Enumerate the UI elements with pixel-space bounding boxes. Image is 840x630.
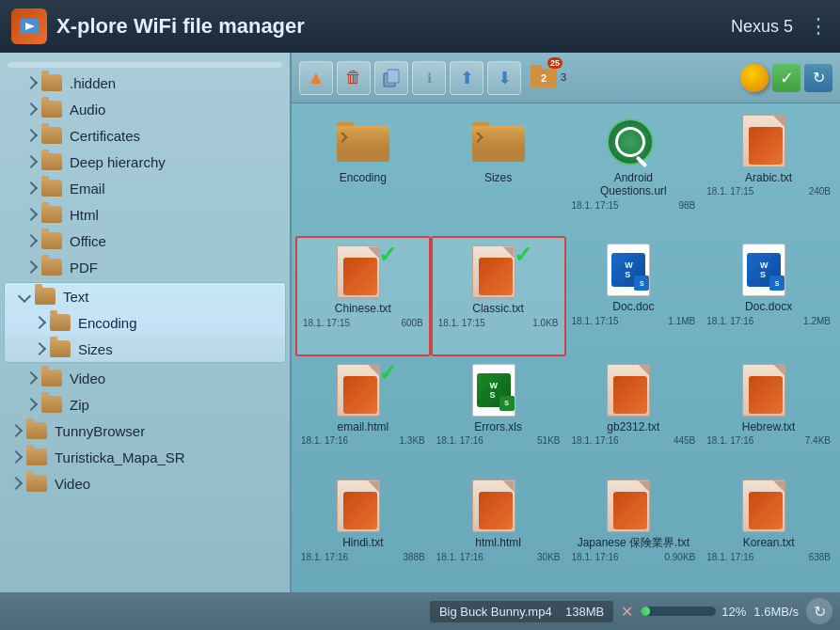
- file-date: 18.1. 17:16: [706, 435, 753, 446]
- txt-icon-wrapper: [742, 115, 795, 167]
- html-icon-wrapper: ✓: [337, 364, 389, 417]
- html-icon: [337, 364, 380, 417]
- chevron-icon: [24, 208, 38, 221]
- file-name: Chinese.txt: [335, 302, 391, 315]
- file-date: 18.1. 17:15: [303, 318, 350, 328]
- chevron-icon: [33, 316, 46, 329]
- sidebar-item-tinnybrowser[interactable]: TunnyBrowser: [0, 417, 290, 444]
- file-cell-sizes[interactable]: Sizes: [431, 107, 566, 236]
- download-button[interactable]: ⬇: [487, 61, 521, 95]
- file-cell-gb2312[interactable]: gb2312.txt 18.1. 17:16 445B: [566, 356, 702, 473]
- file-cell-android-questions[interactable]: AndroidQuestions.url 18.1. 17:15 98B: [566, 107, 702, 236]
- sidebar-item-label: Text: [63, 289, 89, 305]
- status-progress: 12%: [641, 605, 746, 619]
- sidebar-item-turisticka[interactable]: Turisticka_Mapa_SR: [0, 444, 290, 470]
- sidebar-item-video[interactable]: Video: [0, 365, 290, 391]
- menu-dots-button[interactable]: ⋮: [808, 14, 829, 39]
- sidebar-item-video2[interactable]: Video: [0, 470, 290, 496]
- txt-logo: [613, 376, 647, 414]
- doc-icon: WS S: [607, 244, 650, 296]
- file-cell-email-html[interactable]: ✓ email.html 18.1. 17:16 1.3KB: [295, 356, 431, 473]
- file-grid: Encoding: [292, 103, 840, 592]
- file-cell-html-html[interactable]: html.html 18.1. 17:16 30KB: [431, 472, 566, 589]
- txt-icon-wrapper: [607, 480, 659, 532]
- txt-icon: [742, 364, 785, 417]
- docx-icon-wrapper: WS S: [742, 244, 795, 296]
- file-size: 1.2MB: [803, 316, 831, 326]
- txt-icon-wrapper: [337, 480, 389, 532]
- checkmark-icon: ✓: [378, 242, 397, 268]
- file-cell-docx[interactable]: WS S Doc.docx 18.1. 17:16 1.2MB: [701, 236, 836, 355]
- checkmark-icon: ✓: [378, 360, 397, 386]
- file-name: Encoding: [340, 171, 387, 184]
- folder-icon: [41, 259, 62, 276]
- file-cell-encoding[interactable]: Encoding: [295, 107, 431, 236]
- file-cell-korean[interactable]: Korean.txt 18.1. 17:16 638B: [701, 472, 836, 589]
- status-refresh-button[interactable]: ↻: [806, 598, 832, 624]
- sidebar-item-pdf[interactable]: PDF: [0, 254, 290, 280]
- folder-icon: [41, 370, 62, 386]
- txt-icon-wrapper: [742, 364, 795, 417]
- file-date: 18.1. 17:16: [436, 552, 483, 562]
- url-icon: [607, 118, 654, 165]
- sidebar-item-email[interactable]: Email: [0, 175, 290, 201]
- nav-up-button[interactable]: ▲: [299, 61, 333, 95]
- file-date: 18.1. 17:16: [436, 435, 483, 446]
- folder-icon-wrapper: [337, 115, 389, 167]
- file-cell-japanese[interactable]: Japanese 保険業界.txt 18.1. 17:16 0.90KB: [566, 472, 702, 589]
- file-size: 1.3KB: [400, 435, 425, 446]
- chevron-down-icon: [18, 290, 31, 303]
- sidebar-item-zip[interactable]: Zip: [0, 391, 290, 417]
- checkmark-button[interactable]: ✓: [772, 64, 800, 92]
- file-cell-arabic[interactable]: Arabic.txt 18.1. 17:15 240B: [701, 107, 836, 236]
- title-right: Nexus 5 ⋮: [731, 14, 829, 39]
- html-icon: [472, 480, 515, 532]
- svg-text:2: 2: [541, 72, 547, 84]
- file-cell-hindi[interactable]: Hindi.txt 18.1. 17:16 388B: [295, 472, 431, 589]
- file-cell-hebrew[interactable]: Hebrew.txt 18.1. 17:16 7.4KB: [701, 356, 836, 473]
- cancel-transfer-button[interactable]: ✕: [621, 603, 633, 621]
- folder-icon: [26, 422, 47, 439]
- folder-icon: [26, 475, 47, 492]
- sidebar-item-text[interactable]: Text: [5, 283, 285, 309]
- toolbar: ▲ 🗑 ℹ ⬆ ⬇ 2 25 3: [292, 53, 840, 103]
- upload-button[interactable]: ⬆: [450, 61, 483, 95]
- checkmark-icon: ✓: [514, 242, 532, 268]
- info-button[interactable]: ℹ: [412, 61, 446, 95]
- txt-logo: [479, 492, 513, 529]
- file-name: Japanese 保険業界.txt: [578, 536, 689, 549]
- sidebar-item-label: Zip: [70, 397, 89, 413]
- file-meta: 18.1. 17:16 30KB: [435, 552, 563, 562]
- txt-logo: [749, 376, 783, 414]
- sidebar-item-encoding[interactable]: Encoding: [5, 309, 285, 336]
- file-date: 18.1. 17:16: [572, 552, 619, 562]
- copy-button[interactable]: [374, 61, 408, 95]
- sidebar-item-certificates[interactable]: Certificates: [0, 122, 290, 149]
- file-meta: 18.1. 17:15 600B: [301, 318, 425, 328]
- title-left: X-plore WiFi file manager: [11, 8, 305, 44]
- delete-button[interactable]: 🗑: [337, 61, 371, 95]
- progress-bar: [641, 606, 716, 616]
- xls-icon: WS S: [472, 364, 515, 417]
- sidebar-item-sizes[interactable]: Sizes: [5, 336, 285, 362]
- counter-group: 2 25 3: [529, 61, 566, 95]
- sidebar-item-audio[interactable]: Audio: [0, 96, 290, 122]
- file-cell-chinese[interactable]: ✓ Chinese.txt 18.1. 17:15 600B: [295, 236, 431, 355]
- sidebar-item-deep-hierarchy[interactable]: Deep hierarchy: [0, 149, 290, 175]
- refresh-button[interactable]: ↻: [804, 64, 832, 92]
- app-title: X-plore WiFi file manager: [56, 14, 305, 39]
- file-cell-doc[interactable]: WS S Doc.doc 18.1. 17:15 1.1MB: [566, 236, 702, 355]
- sidebar-item-office[interactable]: Office: [0, 228, 290, 254]
- folder-icon: [41, 180, 62, 197]
- sidebar-item-label: .hidden: [70, 75, 116, 91]
- file-cell-errors-xls[interactable]: WS S Errors.xls 18.1. 17:16 51KB: [431, 356, 566, 473]
- sidebar-item-label: Deep hierarchy: [70, 154, 166, 170]
- sidebar-item-hidden[interactable]: .hidden: [0, 70, 290, 96]
- orange-ball-button[interactable]: [740, 64, 769, 92]
- html-icon-wrapper: [472, 480, 525, 532]
- main-area: .hidden Audio Certificates Deep hierarch…: [0, 53, 840, 592]
- sidebar-item-html[interactable]: Html: [0, 201, 290, 228]
- file-date: 18.1. 17:16: [706, 316, 753, 326]
- file-cell-classic[interactable]: ✓ Classic.txt 18.1. 17:15 1.0KB: [431, 236, 566, 355]
- title-bar: X-plore WiFi file manager Nexus 5 ⋮: [0, 0, 840, 53]
